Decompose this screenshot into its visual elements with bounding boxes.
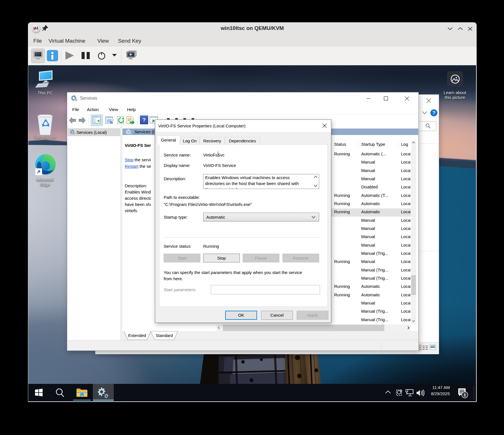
svg-text:Standard: Standard [156, 333, 173, 338]
svg-text:1: 1 [464, 392, 466, 397]
svg-text:Extended: Extended [128, 333, 146, 338]
